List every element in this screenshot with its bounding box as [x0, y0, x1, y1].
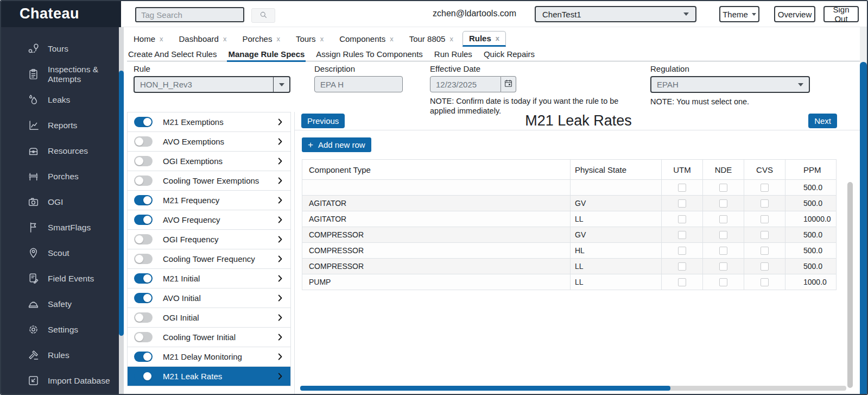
sidebar-item-scout[interactable]: Scout [1, 240, 121, 266]
sidebar-item-inspections-attempts[interactable]: Inspections & Attempts [1, 61, 121, 87]
close-tab-icon[interactable]: x [449, 35, 453, 43]
effective-date-input[interactable] [430, 76, 501, 92]
nde-checkbox[interactable] [719, 184, 727, 192]
spec-toggle[interactable] [134, 293, 153, 303]
cvs-checkbox[interactable] [761, 262, 769, 271]
utm-checkbox[interactable] [678, 262, 686, 271]
spec-row-ogi-exemptions[interactable]: OGI Exemptions [128, 152, 290, 171]
table-vertical-scrollbar[interactable] [847, 182, 853, 388]
subtab-run-rules[interactable]: Run Rules [433, 47, 473, 61]
spec-toggle[interactable] [134, 136, 153, 147]
spec-row-ogi-frequency[interactable]: OGI Frequency [128, 230, 290, 249]
sidebar-item-settings[interactable]: Settings [1, 317, 121, 342]
utm-checkbox[interactable] [678, 247, 686, 255]
spec-toggle[interactable] [134, 273, 153, 284]
page-scrollbar-thumb[interactable] [860, 62, 867, 394]
sidebar-item-resources[interactable]: Resources [1, 138, 121, 164]
overview-button[interactable]: Overview [774, 6, 815, 22]
subtab-manage-rule-specs[interactable]: Manage Rule Specs [227, 47, 306, 61]
subtab-quick-repairs[interactable]: Quick Repairs [483, 47, 536, 61]
spec-toggle[interactable] [134, 352, 153, 362]
spec-row-m21-exemptions[interactable]: M21 Exemptions [128, 112, 290, 132]
sidebar-item-safety[interactable]: Safety [1, 291, 121, 317]
utm-checkbox[interactable] [678, 278, 686, 286]
add-new-row-button[interactable]: + Add new row [302, 137, 371, 152]
description-input[interactable] [314, 76, 403, 92]
nde-checkbox[interactable] [719, 247, 727, 255]
utm-checkbox[interactable] [678, 215, 686, 223]
calendar-button[interactable] [501, 76, 516, 92]
tab-rules[interactable]: Rulesx [462, 31, 506, 47]
subtab-create-and-select-rules[interactable]: Create And Select Rules [127, 47, 218, 61]
tab-tour-8805[interactable]: Tour 8805x [403, 31, 460, 47]
next-button[interactable]: Next [808, 114, 837, 128]
sidebar-item-field-events[interactable]: Field Events [1, 266, 121, 291]
cvs-checkbox[interactable] [761, 231, 769, 239]
theme-button[interactable]: Theme [719, 6, 759, 22]
spec-toggle[interactable] [134, 312, 153, 323]
spec-row-m21-leak-rates[interactable]: M21 Leak Rates [128, 367, 290, 386]
spec-row-m21-frequency[interactable]: M21 Frequency [128, 191, 290, 210]
tab-components[interactable]: Componentsx [333, 31, 400, 47]
nde-checkbox[interactable] [719, 278, 727, 286]
spec-row-m21-delay-monitoring[interactable]: M21 Delay Monitoring [128, 347, 290, 367]
spec-toggle[interactable] [134, 332, 153, 342]
nde-checkbox[interactable] [719, 262, 727, 271]
sidebar-item-ogi[interactable]: OGI [1, 189, 121, 215]
sidebar-scrollbar-thumb[interactable] [119, 71, 124, 336]
cvs-checkbox[interactable] [761, 278, 769, 286]
tag-search-input[interactable] [135, 7, 244, 22]
close-tab-icon[interactable]: x [223, 35, 227, 43]
subtab-assign-rules-to-components[interactable]: Assign Rules To Components [315, 47, 424, 61]
site-select[interactable]: ChenTest1 [535, 6, 696, 22]
sidebar-item-rules[interactable]: Rules [1, 342, 121, 368]
close-tab-icon[interactable]: x [276, 35, 280, 43]
utm-checkbox[interactable] [678, 184, 686, 192]
spec-row-ogi-initial[interactable]: OGI Initial [128, 308, 290, 328]
spec-row-avo-frequency[interactable]: AVO Frequency [128, 210, 290, 230]
cvs-checkbox[interactable] [761, 215, 769, 223]
spec-toggle[interactable] [134, 175, 153, 186]
sidebar-item-leaks[interactable]: Leaks [1, 87, 121, 112]
sidebar-item-import-database[interactable]: Import Database [1, 368, 121, 393]
close-tab-icon[interactable]: x [160, 35, 163, 43]
spec-row-cooling-tower-exemptions[interactable]: Cooling Tower Exemptions [128, 171, 290, 191]
table-horizontal-scrollbar-track[interactable] [300, 386, 846, 391]
spec-row-m21-initial[interactable]: M21 Initial [128, 269, 290, 289]
search-button[interactable] [251, 8, 275, 23]
table-horizontal-scrollbar-thumb[interactable] [300, 386, 670, 391]
spec-row-cooling-tower-initial[interactable]: Cooling Tower Initial [128, 328, 290, 347]
cvs-checkbox[interactable] [761, 184, 769, 192]
nde-checkbox[interactable] [719, 215, 727, 223]
regulation-select[interactable]: EPAH [650, 76, 810, 93]
spec-toggle[interactable] [134, 117, 153, 127]
signout-button[interactable]: Sign Out [823, 6, 859, 22]
tab-porches[interactable]: Porchesx [236, 31, 287, 47]
close-tab-icon[interactable]: x [320, 35, 324, 43]
spec-toggle[interactable] [134, 215, 153, 225]
tab-tours[interactable]: Toursx [289, 31, 330, 47]
spec-toggle[interactable] [134, 254, 153, 264]
sidebar-item-tours[interactable]: Tours [1, 36, 121, 61]
utm-checkbox[interactable] [678, 199, 686, 208]
spec-toggle[interactable] [134, 156, 153, 166]
spec-toggle[interactable] [134, 234, 153, 244]
spec-toggle[interactable] [134, 371, 153, 381]
close-tab-icon[interactable]: x [496, 34, 499, 42]
sidebar-item-reports[interactable]: Reports [1, 112, 121, 138]
cvs-checkbox[interactable] [761, 247, 769, 255]
cvs-checkbox[interactable] [761, 199, 769, 208]
rule-select[interactable]: HON_H_Rev3 [134, 76, 290, 93]
spec-row-avo-exemptions[interactable]: AVO Exemptions [128, 132, 290, 152]
nde-checkbox[interactable] [719, 199, 727, 208]
spec-row-avo-initial[interactable]: AVO Initial [128, 289, 290, 308]
sidebar-item-smartflags[interactable]: SmartFlags [1, 215, 121, 240]
tab-home[interactable]: Homex [127, 31, 170, 47]
nde-checkbox[interactable] [719, 231, 727, 239]
sidebar-item-porches[interactable]: Porches [1, 164, 121, 189]
tab-dashboard[interactable]: Dashboardx [173, 31, 233, 47]
utm-checkbox[interactable] [678, 231, 686, 239]
spec-toggle[interactable] [134, 195, 153, 205]
spec-row-cooling-tower-frequency[interactable]: Cooling Tower Frequency [128, 249, 290, 269]
close-tab-icon[interactable]: x [390, 35, 394, 43]
